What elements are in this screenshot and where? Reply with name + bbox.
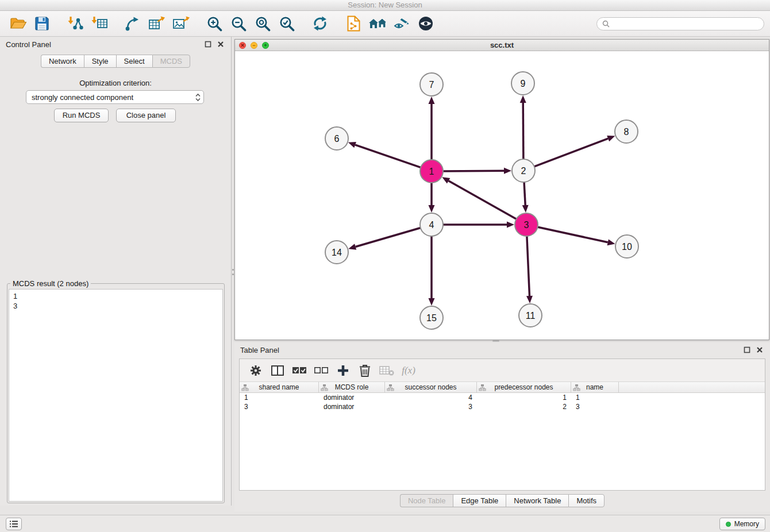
- memory-button[interactable]: Memory: [719, 518, 765, 530]
- export-image-button[interactable]: [169, 13, 193, 34]
- network-node-11[interactable]: 11: [519, 304, 542, 327]
- delete-row-button[interactable]: [356, 362, 374, 379]
- edge-2-9[interactable]: [523, 103, 523, 160]
- tab-motifs[interactable]: Motifs: [568, 494, 605, 507]
- table-cell: 4: [385, 393, 477, 402]
- maximize-window-button[interactable]: +: [262, 42, 269, 49]
- column-header-label: MCDS role: [335, 383, 369, 391]
- edge-1-2[interactable]: [442, 171, 504, 171]
- table-header-row: shared nameMCDS rolesuccessor nodesprede…: [240, 382, 765, 393]
- search-input[interactable]: [613, 20, 759, 28]
- open-file-button[interactable]: [6, 13, 30, 34]
- tab-style[interactable]: Style: [84, 55, 116, 68]
- mcds-result-area[interactable]: 13: [9, 289, 223, 502]
- edge-4-14[interactable]: [356, 228, 422, 246]
- node-label: 9: [521, 79, 526, 88]
- network-node-1[interactable]: 1: [420, 160, 443, 183]
- node-label: 7: [429, 80, 434, 90]
- task-history-button[interactable]: [6, 518, 22, 530]
- tab-network-table[interactable]: Network Table: [506, 494, 568, 507]
- new-network-button[interactable]: [121, 13, 145, 34]
- network-node-10[interactable]: 10: [615, 235, 638, 258]
- network-node-7[interactable]: 7: [420, 73, 443, 96]
- share-document-button[interactable]: [341, 13, 365, 34]
- edge-3-11[interactable]: [527, 235, 530, 296]
- cluster-maker-button[interactable]: [365, 13, 390, 34]
- edge-arrowhead: [348, 142, 356, 148]
- column-header-name[interactable]: name: [571, 382, 619, 392]
- network-node-8[interactable]: 8: [615, 120, 638, 143]
- tab-select[interactable]: Select: [116, 55, 152, 68]
- node-label: 4: [429, 220, 434, 230]
- annotation-mode-button[interactable]: [390, 13, 414, 34]
- delete-row-icon: [359, 364, 371, 377]
- close-window-button[interactable]: ✕: [239, 42, 246, 49]
- close-panel-button[interactable]: Close panel: [116, 109, 176, 122]
- zoom-in-button[interactable]: [202, 13, 226, 34]
- zoom-fit-button[interactable]: [251, 13, 275, 34]
- close-panel-icon[interactable]: [215, 40, 225, 49]
- column-header-successor-nodes[interactable]: successor nodes: [385, 382, 477, 392]
- edge-1-6[interactable]: [355, 145, 422, 168]
- export-network-button[interactable]: [145, 13, 169, 34]
- panel-splitter-handle[interactable]: [232, 273, 234, 275]
- list-icon: [9, 520, 18, 528]
- edge-arrowhead: [348, 244, 356, 250]
- import-table-from-file-button[interactable]: [87, 13, 111, 34]
- network-node-14[interactable]: 14: [325, 241, 348, 264]
- edge-arrowhead: [429, 205, 435, 213]
- column-header-label: predecessor nodes: [494, 383, 553, 391]
- network-node-6[interactable]: 6: [325, 127, 348, 150]
- select-all-button[interactable]: [290, 362, 309, 379]
- minimize-window-button[interactable]: −: [251, 42, 257, 49]
- tab-mcds[interactable]: MCDS: [152, 55, 190, 68]
- toolbar-group: [121, 13, 193, 34]
- edge-2-8[interactable]: [533, 138, 608, 167]
- edge-3-10[interactable]: [537, 227, 608, 242]
- network-node-15[interactable]: 15: [420, 306, 443, 329]
- panel-splitter-handle[interactable]: [232, 269, 234, 271]
- column-header-MCDS-role[interactable]: MCDS role: [319, 382, 385, 392]
- import-network-from-file-button[interactable]: [63, 13, 87, 34]
- tab-edge-table[interactable]: Edge Table: [453, 494, 506, 507]
- new-network-icon: [125, 16, 141, 31]
- network-window-title: scc.txt: [490, 41, 514, 49]
- float-table-panel-icon[interactable]: [742, 345, 752, 355]
- run-mcds-button[interactable]: Run MCDS: [54, 109, 109, 122]
- column-header-label: shared name: [259, 383, 299, 391]
- add-row-button[interactable]: [334, 362, 352, 379]
- column-header-shared-name[interactable]: shared name: [240, 382, 319, 392]
- search-box[interactable]: [596, 17, 764, 30]
- split-view-button[interactable]: [268, 362, 287, 379]
- tab-network[interactable]: Network: [41, 55, 84, 68]
- save-session-button[interactable]: [30, 13, 54, 34]
- network-canvas[interactable]: 7968124314101511: [235, 51, 769, 340]
- zoom-out-button[interactable]: [226, 13, 251, 34]
- show-hide-panel-button[interactable]: [414, 13, 438, 34]
- delete-table-button[interactable]: [378, 362, 396, 379]
- delete-table-icon: [379, 364, 394, 377]
- horizontal-splitter-handle[interactable]: [492, 340, 499, 342]
- node-label: 6: [334, 134, 340, 144]
- memory-label: Memory: [734, 520, 759, 528]
- network-node-3[interactable]: 3: [515, 213, 538, 236]
- optimization-criterion-dropdown[interactable]: strongly connected component: [26, 90, 204, 104]
- dropdown-selected-value: strongly connected component: [32, 93, 195, 102]
- edge-2-3[interactable]: [524, 181, 525, 205]
- deselect-all-button[interactable]: [312, 362, 330, 379]
- edge-3-1[interactable]: [449, 181, 518, 219]
- zoom-selected-button[interactable]: [275, 13, 299, 34]
- network-node-9[interactable]: 9: [511, 72, 534, 95]
- close-table-panel-icon[interactable]: [754, 345, 764, 355]
- table-row[interactable]: 1dominator411: [240, 393, 765, 402]
- table-row[interactable]: 3dominator323: [240, 402, 765, 411]
- network-node-2[interactable]: 2: [512, 159, 535, 182]
- fx-button[interactable]: f(x): [399, 362, 418, 379]
- network-node-4[interactable]: 4: [420, 213, 443, 236]
- edge-arrowhead: [520, 95, 526, 103]
- gear-button[interactable]: [247, 362, 265, 379]
- apply-layout-button[interactable]: [308, 13, 332, 34]
- column-header-predecessor-nodes[interactable]: predecessor nodes: [477, 382, 571, 392]
- tab-node-table[interactable]: Node Table: [400, 494, 453, 507]
- float-panel-icon[interactable]: [203, 40, 213, 49]
